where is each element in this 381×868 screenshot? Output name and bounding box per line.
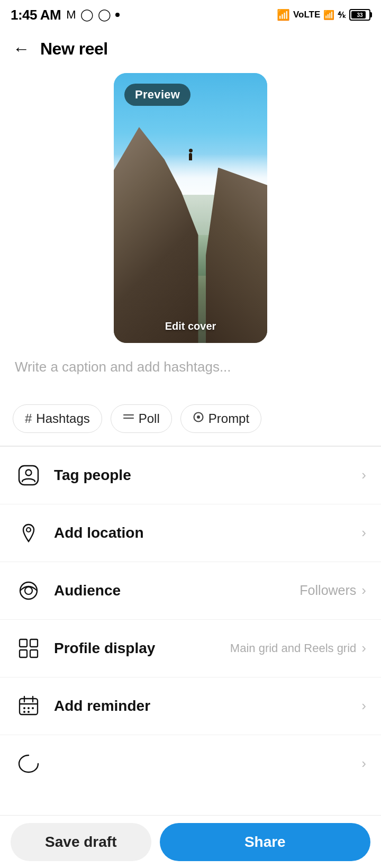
- battery-indicator: 33: [349, 9, 370, 21]
- person-silhouette: [187, 149, 194, 159]
- prompt-button[interactable]: Prompt: [180, 404, 261, 433]
- hashtags-label: Hashtags: [36, 411, 89, 426]
- caption-placeholder[interactable]: Write a caption and add hashtags...: [15, 359, 231, 375]
- tag-people-chevron: ›: [361, 467, 366, 483]
- svg-point-20: [23, 711, 25, 713]
- edit-cover-button[interactable]: Edit cover: [165, 320, 216, 332]
- svg-point-7: [20, 582, 37, 599]
- gmail-icon: M: [66, 8, 76, 22]
- svg-point-17: [23, 707, 25, 709]
- svg-point-6: [26, 528, 31, 532]
- signal-text: VoLTE: [293, 10, 320, 20]
- add-reminder-icon: [15, 692, 42, 720]
- status-right: 📶 VoLTE 📶 ⁴⁄ₖ 33: [277, 8, 370, 21]
- add-location-item[interactable]: Add location ›: [0, 504, 381, 562]
- instagram-icon2: ◯: [98, 8, 111, 22]
- page-header: ← New reel: [0, 30, 381, 68]
- audience-item[interactable]: Audience Followers ›: [0, 562, 381, 620]
- hashtag-icon: #: [25, 411, 32, 426]
- status-icons: M ◯ ◯: [66, 8, 119, 22]
- prompt-label: Prompt: [208, 411, 249, 426]
- audience-icon: [15, 577, 42, 604]
- tag-people-icon: [15, 462, 42, 489]
- page-title: New reel: [40, 39, 108, 59]
- speed-text: ⁴⁄ₖ: [338, 10, 346, 20]
- person-body: [189, 153, 192, 160]
- svg-point-19: [32, 707, 34, 709]
- status-time: 1:45 AM: [11, 7, 61, 23]
- hashtags-button[interactable]: # Hashtags: [13, 404, 102, 433]
- lte-icon: 📶: [323, 10, 334, 21]
- svg-rect-9: [20, 639, 27, 647]
- audience-chevron: ›: [361, 582, 366, 599]
- instagram-icon1: ◯: [80, 8, 94, 22]
- svg-point-3: [197, 415, 200, 419]
- svg-point-18: [28, 707, 30, 709]
- back-button[interactable]: ←: [13, 40, 30, 57]
- tag-buttons-row: # Hashtags Poll Prompt: [0, 396, 381, 446]
- caption-area[interactable]: Write a caption and add hashtags...: [0, 354, 381, 396]
- svg-point-8: [25, 587, 32, 594]
- svg-point-5: [26, 469, 32, 475]
- svg-rect-10: [30, 639, 38, 647]
- profile-display-item[interactable]: Profile display Main grid and Reels grid…: [0, 620, 381, 677]
- add-reminder-label: Add reminder: [54, 698, 356, 715]
- preview-card[interactable]: Preview Edit cover: [114, 73, 267, 343]
- person-head: [189, 149, 193, 152]
- status-bar: 1:45 AM M ◯ ◯ 📶 VoLTE 📶 ⁴⁄ₖ 33: [0, 0, 381, 30]
- profile-display-icon: [15, 635, 42, 662]
- more-settings-chevron: ›: [361, 755, 366, 772]
- audience-label: Audience: [54, 582, 300, 599]
- poll-icon: [123, 411, 134, 426]
- bottom-bar: Save draft Share: [0, 815, 381, 868]
- wifi-icon: 📶: [277, 8, 290, 21]
- notification-dot: [115, 13, 120, 17]
- svg-rect-11: [20, 650, 27, 657]
- share-button[interactable]: Share: [160, 823, 370, 861]
- profile-display-label: Profile display: [54, 640, 230, 657]
- profile-display-value: Main grid and Reels grid: [230, 641, 356, 655]
- profile-display-chevron: ›: [361, 640, 366, 656]
- add-location-label: Add location: [54, 525, 356, 541]
- battery-level: 33: [357, 12, 362, 18]
- poll-button[interactable]: Poll: [111, 404, 172, 433]
- preview-container: Preview Edit cover: [0, 68, 381, 354]
- status-left: 1:45 AM M ◯ ◯: [11, 7, 120, 23]
- preview-badge[interactable]: Preview: [124, 84, 190, 106]
- add-reminder-item[interactable]: Add reminder ›: [0, 677, 381, 735]
- audience-value: Followers: [300, 583, 356, 598]
- rock-right: [206, 168, 267, 343]
- tag-people-item[interactable]: Tag people ›: [0, 447, 381, 504]
- prompt-icon: [193, 411, 204, 426]
- tag-people-label: Tag people: [54, 467, 356, 484]
- svg-rect-12: [30, 650, 38, 657]
- svg-point-21: [28, 711, 30, 713]
- add-location-icon: [15, 519, 42, 547]
- save-draft-button[interactable]: Save draft: [11, 823, 151, 861]
- more-settings-item[interactable]: ›: [0, 735, 381, 783]
- more-settings-icon: [15, 750, 42, 777]
- poll-label: Poll: [139, 411, 160, 426]
- add-location-chevron: ›: [361, 525, 366, 541]
- add-reminder-chevron: ›: [361, 698, 366, 714]
